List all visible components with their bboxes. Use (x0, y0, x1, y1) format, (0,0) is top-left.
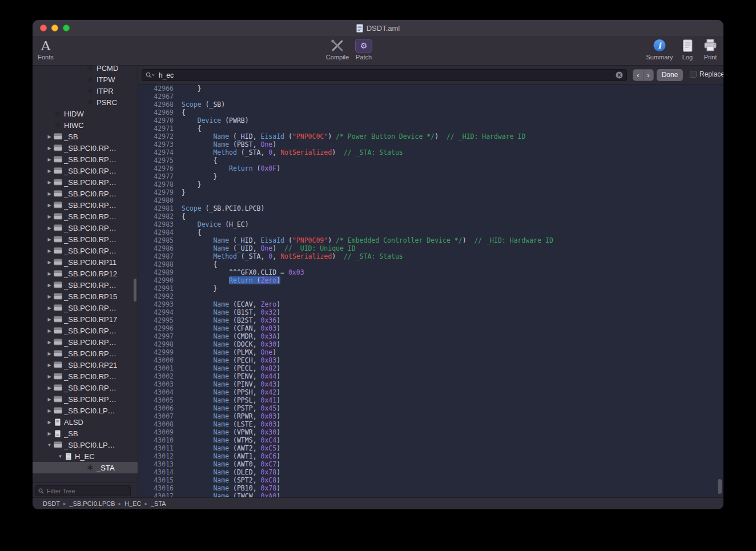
log-button[interactable]: Log (682, 38, 693, 61)
chevron-right-icon[interactable]: ▶ (46, 385, 53, 391)
code-text: Name (LSTE, 0x03) (182, 420, 280, 428)
chevron-right-icon[interactable]: ▶ (46, 237, 53, 242)
tree-item[interactable]: ITPR (33, 85, 138, 96)
tree-item[interactable]: ▶ALSD (33, 416, 138, 428)
tree-item[interactable]: ▶_SB.PCI0.RP… (33, 188, 138, 199)
chevron-right-icon[interactable]: ▶ (46, 351, 53, 356)
chevron-right-icon[interactable]: ▶ (46, 420, 53, 425)
chevron-right-icon[interactable]: ▶ (46, 203, 53, 208)
tree-item[interactable]: HIWC (33, 119, 138, 131)
code-text: Scope (_SB) (182, 100, 225, 108)
chevron-down-icon[interactable]: ▼ (46, 443, 53, 448)
chevron-right-icon[interactable]: ▶ (46, 260, 53, 265)
breadcrumb-item[interactable]: DSDT (43, 500, 60, 507)
line-number: 42977 (138, 172, 174, 180)
tree-item[interactable]: ▶_SB.PCI0.RP… (33, 348, 138, 359)
filter-input[interactable] (46, 487, 128, 495)
chevron-right-icon[interactable]: ▶ (46, 363, 53, 368)
tree-item[interactable]: ▶_SB.PCI0.RP… (33, 245, 138, 256)
compile-button[interactable]: Compile (326, 38, 349, 61)
code-area[interactable]: 42966 }4296742968Scope (_SB)42969{42970 … (138, 85, 723, 497)
chevron-down-icon[interactable]: ▼ (57, 454, 64, 459)
tree-item[interactable]: ▼H_EC (33, 451, 138, 462)
chevron-right-icon[interactable]: ▶ (46, 317, 53, 322)
editor-pane[interactable]: ‹ › Done Replace 42966 }4296742968Scope … (138, 66, 723, 497)
tree-item[interactable]: ▶_SB.PCI0.RP… (33, 382, 138, 393)
tree-item[interactable]: PCMD (33, 66, 138, 74)
tree-item[interactable]: ▶_SB.PCI0.RP… (33, 142, 138, 154)
tree-item[interactable]: HIDW (33, 108, 138, 119)
filter-field[interactable] (35, 485, 131, 496)
tree-item[interactable]: ▶_SB (33, 131, 138, 142)
sidebar-scrollbar[interactable] (134, 279, 136, 301)
chevron-right-icon[interactable]: ▶ (46, 180, 53, 185)
tree-item[interactable]: ▶_SB.PCI0.LP… (33, 405, 138, 416)
code-text: } (182, 284, 217, 292)
tree-item[interactable]: ▶_SB.PCI0.RP… (33, 234, 138, 245)
search-field[interactable] (142, 69, 627, 81)
breadcrumb-item[interactable]: H_EC (124, 500, 141, 507)
tree-item[interactable]: ▶_SB.PCI0.RP21 (33, 359, 138, 371)
chevron-right-icon[interactable]: ▶ (46, 328, 53, 333)
tree-item[interactable]: _STA (33, 462, 138, 473)
search-input[interactable] (158, 71, 613, 80)
method-icon (86, 66, 95, 72)
print-button[interactable]: Print (703, 38, 717, 61)
tree-item[interactable]: ▶_SB (33, 428, 138, 439)
tree-item[interactable]: ▶_SB.PCI0.RP12 (33, 268, 138, 279)
tree-item[interactable]: ▶_SB.PCI0.RP… (33, 302, 138, 313)
tree-item-label: _SB.PCI0.RP… (64, 144, 116, 152)
tree-item[interactable]: ▶_SB.PCI0.RP… (33, 279, 138, 291)
replace-checkbox[interactable] (690, 71, 697, 78)
chevron-right-icon[interactable]: ▶ (46, 408, 53, 413)
chevron-right-icon[interactable]: ▶ (46, 157, 53, 162)
code-text: Name (PECL, 0x82) (182, 364, 280, 372)
tree-item[interactable]: ▶_SB.PCI0.RP… (33, 393, 138, 405)
tree-item-label: _STA (96, 464, 115, 472)
tree-item[interactable]: ▶_SB.PCI0.RP… (33, 371, 138, 382)
done-button[interactable]: Done (657, 69, 683, 81)
chevron-right-icon[interactable]: ▶ (46, 374, 53, 379)
chevron-right-icon[interactable]: ▶ (46, 146, 53, 151)
chevron-right-icon[interactable]: ▶ (46, 283, 53, 288)
chevron-right-icon[interactable]: ▶ (46, 248, 53, 254)
tree-item[interactable]: ▶_SB.PCI0.RP11 (33, 256, 138, 268)
summary-button[interactable]: i Summary (646, 38, 673, 61)
find-next-button[interactable]: › (643, 70, 653, 81)
breadcrumb-item[interactable]: _SB.PCI0.LPCB (69, 500, 115, 507)
chevron-right-icon[interactable]: ▶ (46, 397, 53, 402)
tree-item[interactable]: ▶_SB.PCI0.RP… (33, 176, 138, 188)
chevron-right-icon[interactable]: ▶ (46, 340, 53, 345)
find-previous-button[interactable]: ‹ (633, 70, 643, 81)
tree-item[interactable]: ▶_SB.PCI0.RP… (33, 154, 138, 165)
chevron-right-icon[interactable]: ▶ (46, 271, 53, 276)
chevron-right-icon[interactable]: ▶ (46, 214, 53, 219)
patch-button[interactable]: ⚙ Patch (355, 38, 372, 61)
chevron-right-icon[interactable]: ▶ (46, 431, 53, 436)
tree-item[interactable]: ▶_SB.PCI0.RP… (33, 325, 138, 336)
tree-item[interactable]: ▶_SB.PCI0.RP… (33, 336, 138, 348)
chevron-right-icon[interactable]: ▶ (46, 191, 53, 196)
chevron-right-icon[interactable]: ▶ (46, 134, 53, 139)
breadcrumb-item[interactable]: _STA (151, 500, 166, 507)
line-number: 42985 (138, 236, 174, 244)
tree-item[interactable]: ▶_SB.PCI0.RP17 (33, 313, 138, 325)
editor-scrollbar[interactable] (718, 479, 722, 494)
code-line: 42987 Method (_STA, 0, NotSerialized) //… (138, 252, 723, 260)
chevron-right-icon[interactable]: ▶ (46, 305, 53, 311)
chevron-right-icon[interactable]: ▶ (46, 168, 53, 174)
tree-item[interactable]: ▶_SB.PCI0.RP… (33, 199, 138, 211)
search-icon[interactable] (146, 72, 155, 78)
tree-item[interactable]: PSRC (33, 96, 138, 108)
fonts-button[interactable]: A Fonts (38, 38, 54, 61)
chevron-right-icon[interactable]: ▶ (46, 294, 53, 299)
titlebar[interactable]: DSDT.aml (33, 20, 723, 36)
clear-search-icon[interactable] (616, 71, 623, 79)
tree-item[interactable]: ▶_SB.PCI0.RP15 (33, 291, 138, 302)
tree-item[interactable]: ITPW (33, 74, 138, 85)
tree-item[interactable]: ▶_SB.PCI0.RP… (33, 211, 138, 222)
tree-item[interactable]: ▼_SB.PCI0.LP… (33, 439, 138, 451)
tree-item[interactable]: ▶_SB.PCI0.RP… (33, 165, 138, 176)
tree-item[interactable]: ▶_SB.PCI0.RP… (33, 222, 138, 234)
chevron-right-icon[interactable]: ▶ (46, 226, 53, 231)
